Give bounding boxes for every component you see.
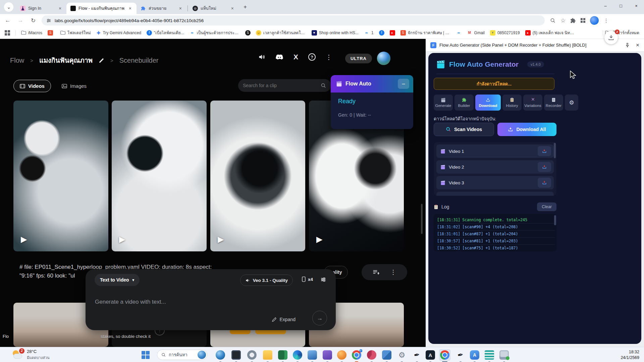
bookmark-lazada[interactable]: ♥ Shop online with HS... [312, 30, 359, 36]
bookmark-meta-1[interactable]: ∞ เป็นผู้ชนะด้วยการประมู... [190, 29, 240, 36]
tab-images[interactable]: Images [56, 80, 93, 92]
video-row[interactable]: Video 1 [436, 144, 554, 158]
help-icon[interactable]: ? [308, 53, 316, 61]
taskbar-app-blue-panels[interactable] [381, 349, 392, 361]
bookmark-phone[interactable]: Y 0850271919 [490, 30, 520, 36]
taskbar-search[interactable]: การค้นหา [157, 350, 207, 360]
model-chip[interactable]: Veo 3.1 - Quality [240, 275, 293, 286]
output-count[interactable]: x4 [302, 277, 313, 282]
bookmark-dark-circle[interactable]: S [245, 30, 251, 36]
tab-videos[interactable]: Videos [13, 80, 51, 92]
breadcrumb-page[interactable]: Scenebuilder [119, 57, 159, 64]
prompt-input[interactable]: Generate a video with text... [95, 299, 166, 305]
log-scrollbar[interactable] [554, 215, 556, 225]
bookmark-facebook-2[interactable]: f [379, 30, 384, 36]
plan-badge[interactable]: ULTRA [345, 54, 372, 63]
tab-close-icon[interactable]: × [177, 5, 183, 11]
video-download-button[interactable] [538, 178, 551, 188]
breadcrumb-app[interactable]: Flow [10, 57, 24, 64]
bookmark-star-icon[interactable]: ☆ [560, 17, 566, 24]
video-list-scrollbar[interactable] [554, 143, 556, 158]
taskbar-app-monitor[interactable] [230, 349, 242, 361]
video-thumbnail-1[interactable]: ▶ [13, 101, 108, 251]
taskbar-app-chrome-active[interactable] [439, 349, 450, 361]
bookmark-new-folder[interactable]: โฟลเดอร์ใหม่ [60, 29, 91, 36]
video-thumbnail-3[interactable]: ▶ [210, 101, 305, 251]
breadcrumb-project-title[interactable]: แมงกินฟันคุณภาพ [39, 55, 93, 66]
generate-submit-button[interactable]: → [312, 311, 327, 325]
taskbar-app-excel[interactable] [277, 349, 288, 361]
reload-button[interactable]: ↻ [28, 15, 38, 25]
sound-icon[interactable] [258, 53, 265, 61]
new-tab-button[interactable]: + [241, 3, 250, 11]
profile-avatar[interactable] [590, 16, 599, 25]
taskbar-app-quill-1[interactable]: ✒ [411, 349, 423, 361]
flow-menu-kebab-icon[interactable]: ⋮ [326, 53, 332, 61]
taskbar-app-red-pie[interactable] [366, 349, 377, 361]
taskbar-app-amber[interactable] [336, 349, 347, 361]
taskbar-app-a[interactable]: A [425, 349, 436, 361]
tab-history[interactable]: History [502, 95, 522, 111]
taskbar-app-chrome-profile[interactable]: F [351, 349, 362, 361]
tab-close-icon[interactable]: × [127, 5, 133, 11]
taskbar-app-edge[interactable] [292, 349, 303, 361]
flow-avatar[interactable] [377, 52, 390, 65]
bookmark-shopee[interactable]: S [48, 30, 55, 36]
browser-menu-kebab-icon[interactable]: ⋮ [603, 17, 609, 24]
video-download-button[interactable] [538, 146, 551, 156]
caption-kebab-icon[interactable]: ⋮ [390, 268, 396, 276]
tab-close-icon[interactable]: × [229, 5, 235, 11]
expand-button[interactable]: Expand [272, 317, 296, 322]
taskbar-clock[interactable]: 18:32 24/1/2569 [621, 349, 639, 361]
x-twitter-icon[interactable]: X [293, 53, 298, 61]
tab-close-icon[interactable]: × [57, 5, 63, 11]
scan-videos-button[interactable]: Scan Videos [434, 123, 494, 136]
extensions-puzzle-icon[interactable] [570, 18, 576, 23]
tab-variations[interactable]: Variations [523, 95, 542, 111]
downloads-bubble[interactable]: 2 [604, 31, 618, 44]
extension-settings-button[interactable]: ⚙ [565, 95, 578, 111]
bookmark-meta-2[interactable]: ∞ 1 [364, 30, 374, 36]
address-bar[interactable]: labs.google/fx/tools/flow/project/489eb9… [42, 15, 545, 25]
play-icon[interactable]: ▶ [21, 235, 27, 244]
start-button[interactable] [142, 351, 150, 359]
bookmark-shopee-2[interactable]: S จักรบ้าน ราคาพิเศษ | ขี้... [400, 29, 451, 36]
play-icon[interactable]: ▶ [119, 235, 125, 244]
forward-button[interactable]: → [15, 15, 25, 25]
tab-flow-active[interactable]: Flow - แมงกินฟันคุณภาพ × [66, 3, 137, 14]
window-minimize-button[interactable]: – [598, 0, 613, 11]
window-maximize-button[interactable]: □ [613, 0, 629, 11]
clip-search-input[interactable] [243, 83, 321, 88]
tab-new-tab[interactable]: ◎ แท็บใหม่ × [189, 3, 239, 14]
clip-search[interactable] [238, 79, 331, 92]
bookmark-imacros[interactable]: iMacros [21, 31, 42, 35]
taskbar-app-compass[interactable] [246, 349, 258, 361]
edit-pencil-icon[interactable] [99, 58, 104, 63]
play-icon[interactable]: ▶ [218, 235, 224, 244]
taskbar-weather[interactable]: 2 28°C มีแดดบางส่วน [12, 349, 50, 361]
popup-minimize-button[interactable]: – [398, 79, 409, 89]
taskbar-app-purple[interactable] [322, 349, 333, 361]
download-all-button[interactable]: Download All [497, 123, 556, 136]
side-panel-icon[interactable] [581, 18, 585, 23]
flow-auto-popup-header[interactable]: Flow Auto – [331, 75, 413, 93]
play-icon[interactable]: ▶ [316, 235, 322, 244]
bookmark-meta-3[interactable]: ∞ [456, 30, 462, 36]
log-clear-button[interactable]: Clear [537, 202, 556, 211]
taskbar-app-quill-2[interactable]: ✒ [455, 349, 466, 361]
pin-icon[interactable] [625, 43, 630, 48]
taskbar-app-blue-m[interactable]: A [469, 349, 480, 361]
window-close-button[interactable]: × [629, 0, 644, 11]
taskbar-app-globe[interactable] [215, 349, 226, 361]
tab-sign-in[interactable]: Sign In × [16, 3, 66, 14]
video-row[interactable]: Video 2 [436, 160, 554, 174]
taskbar-app-blue[interactable] [307, 349, 318, 361]
video-row-partial[interactable] [436, 192, 554, 196]
mode-selector[interactable]: Text to Video ▾ [95, 274, 140, 286]
discord-icon[interactable] [275, 54, 283, 60]
tab-extensions[interactable]: ส่วนขยาย × [137, 3, 187, 14]
video-thumbnail-2[interactable]: ▶ [112, 101, 207, 251]
tab-builder[interactable]: Builder [454, 95, 474, 111]
taskbar-app-file-explorer[interactable] [262, 349, 273, 361]
settings-sliders-icon[interactable] [320, 277, 326, 283]
